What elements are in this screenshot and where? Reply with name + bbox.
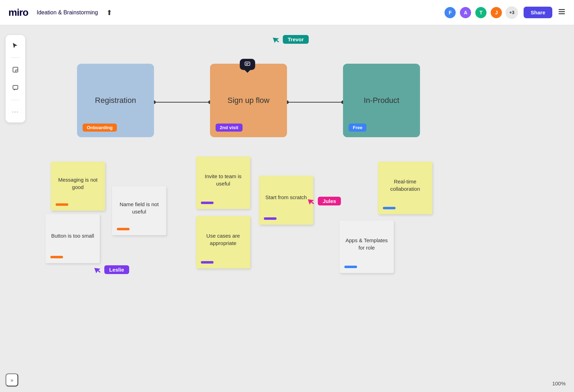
node-signup-badge: 2nd visit bbox=[216, 124, 243, 132]
svg-rect-1 bbox=[559, 11, 565, 12]
sticky-invite-bar bbox=[201, 202, 214, 204]
sticky-button[interactable]: Button is too small bbox=[46, 214, 100, 263]
avatar-4: J bbox=[490, 6, 503, 19]
chat-bubble[interactable] bbox=[240, 59, 255, 70]
node-inproduct[interactable]: In-Product Free bbox=[343, 64, 420, 137]
cursor-trevor-tag: Trevor bbox=[283, 35, 309, 44]
sticky-usecases[interactable]: Use cases are appropriate bbox=[196, 216, 250, 268]
svg-marker-14 bbox=[273, 36, 280, 43]
sticky-messaging-bar bbox=[56, 203, 68, 206]
cursor-tool[interactable] bbox=[9, 39, 22, 52]
menu-button[interactable] bbox=[558, 8, 566, 18]
cursor-jules-tag: Jules bbox=[318, 197, 341, 205]
avatar-3: T bbox=[475, 6, 487, 19]
topbar-right: F A T J +3 Share bbox=[444, 6, 566, 19]
sticky-scratch-bar bbox=[264, 217, 276, 220]
upload-button[interactable]: ⬆ bbox=[104, 7, 115, 18]
sticky-tool[interactable] bbox=[9, 63, 22, 76]
sticky-messaging-text: Messaging is not good bbox=[56, 167, 100, 200]
node-registration-label: Registration bbox=[95, 96, 136, 105]
svg-rect-11 bbox=[245, 62, 250, 65]
node-registration[interactable]: Registration Onboarding bbox=[77, 64, 154, 137]
toolbar-divider-2 bbox=[11, 100, 20, 100]
sticky-button-bar bbox=[50, 256, 63, 258]
sticky-apps-bar bbox=[344, 266, 357, 268]
svg-rect-0 bbox=[559, 9, 565, 10]
sticky-namefield[interactable]: Name field is not useful bbox=[112, 186, 166, 235]
node-inproduct-label: In-Product bbox=[364, 96, 399, 105]
node-registration-badge: Onboarding bbox=[83, 124, 117, 132]
sticky-messaging[interactable]: Messaging is not good bbox=[51, 162, 105, 211]
cursor-leslie-tag: Leslie bbox=[104, 265, 129, 274]
avatar-2: A bbox=[459, 6, 472, 19]
zoom-indicator: 100% bbox=[552, 380, 566, 386]
sticky-namefield-bar bbox=[117, 228, 130, 230]
svg-rect-4 bbox=[13, 85, 18, 89]
node-inproduct-badge: Free bbox=[349, 124, 366, 132]
sticky-invite[interactable]: Invite to team is useful bbox=[196, 156, 250, 209]
node-signup-label: Sign up flow bbox=[227, 96, 270, 105]
share-button[interactable]: Share bbox=[524, 7, 552, 18]
sticky-realtime-text: Real-time collaboration bbox=[383, 167, 427, 203]
expand-button[interactable]: » bbox=[6, 373, 18, 386]
avatar-1: F bbox=[444, 6, 456, 19]
board-title: Ideation & Brainstorming bbox=[37, 9, 98, 16]
sticky-apps[interactable]: Apps & Templates for role bbox=[340, 220, 394, 273]
canvas[interactable]: Registration Onboarding Sign up flow 2nd… bbox=[0, 25, 574, 392]
comment-tool[interactable] bbox=[9, 82, 22, 94]
more-tool[interactable]: ··· bbox=[9, 106, 22, 118]
cursor-trevor: Trevor bbox=[273, 35, 309, 44]
left-toolbar: ··· bbox=[6, 35, 25, 122]
sticky-invite-text: Invite to team is useful bbox=[201, 161, 245, 198]
cursor-leslie: Leslie bbox=[94, 265, 129, 274]
sticky-usecases-text: Use cases are appropriate bbox=[201, 221, 245, 258]
sticky-realtime[interactable]: Real-time collaboration bbox=[378, 162, 432, 214]
sticky-usecases-bar bbox=[201, 261, 214, 264]
sticky-apps-text: Apps & Templates for role bbox=[344, 225, 389, 262]
topbar: miro Ideation & Brainstorming ⬆ F A T J … bbox=[0, 0, 574, 25]
sticky-scratch[interactable]: Start from scratch bbox=[259, 176, 313, 225]
svg-marker-16 bbox=[94, 266, 102, 274]
node-signup[interactable]: Sign up flow 2nd visit bbox=[210, 64, 287, 137]
svg-marker-15 bbox=[308, 197, 315, 205]
svg-rect-3 bbox=[13, 67, 18, 72]
sticky-realtime-bar bbox=[383, 207, 396, 209]
extra-avatars-badge: +3 bbox=[505, 6, 518, 19]
sticky-namefield-text: Name field is not useful bbox=[117, 191, 161, 224]
toolbar-divider-1 bbox=[11, 57, 20, 58]
sticky-button-text: Button is too small bbox=[50, 219, 95, 252]
cursor-jules: Jules bbox=[308, 197, 341, 205]
sticky-scratch-text: Start from scratch bbox=[264, 181, 308, 214]
svg-rect-2 bbox=[559, 13, 565, 14]
miro-logo: miro bbox=[8, 7, 28, 18]
